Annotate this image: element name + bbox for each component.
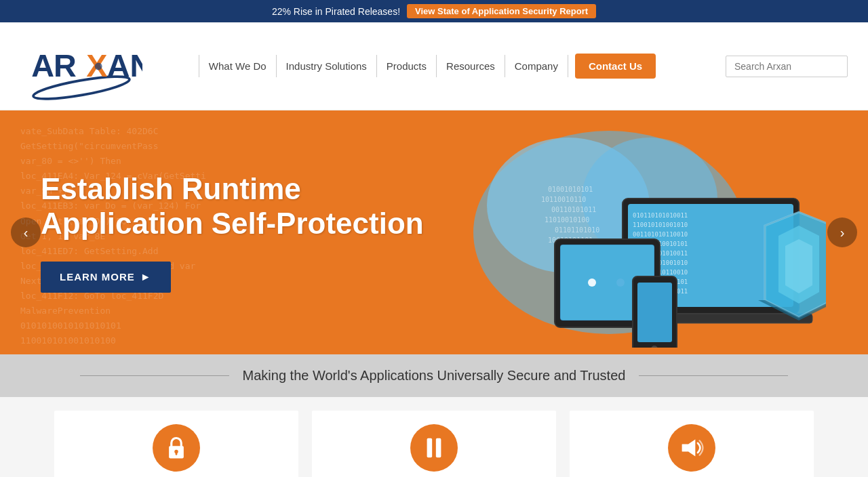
speaker-icon: [679, 437, 704, 459]
tagline-text: Making the World's Applications Universa…: [243, 368, 626, 383]
nav-item-industry-solutions[interactable]: Industry Solutions: [277, 55, 377, 77]
svg-text:00110101011: 00110101011: [551, 206, 596, 213]
svg-marker-37: [785, 239, 812, 293]
svg-text:110010101001010: 110010101001010: [633, 222, 688, 228]
svg-text:10110010110: 10110010110: [541, 196, 586, 203]
nav-item-what-we-do[interactable]: What We Do: [199, 55, 277, 77]
top-banner: 22% Rise in Pirated Releases! View State…: [0, 0, 868, 22]
carousel-prev-button[interactable]: ‹: [11, 217, 41, 247]
contact-us-button[interactable]: Contact Us: [575, 54, 656, 79]
card-lock-icon-circle: [153, 424, 200, 472]
search-input[interactable]: [726, 56, 848, 77]
svg-text:11010010100: 11010010100: [545, 216, 589, 224]
nav-item-resources[interactable]: Resources: [437, 55, 505, 77]
hero-section: vate_SubData Table: 402D6C GetSetting("c…: [0, 110, 868, 354]
svg-text:AN: AN: [107, 48, 142, 83]
svg-point-29: [588, 278, 596, 287]
carousel-next-button[interactable]: ›: [827, 217, 857, 247]
hero-content: Establish Runtime Application Self-Prote…: [0, 172, 465, 292]
card-pause: [312, 411, 556, 477]
svg-text:AR: AR: [31, 48, 76, 83]
card-pause-icon-circle: [410, 424, 458, 472]
hero-btn-arrow-icon: ►: [140, 271, 152, 283]
card-speaker: [570, 411, 814, 477]
svg-text:01001010101: 01001010101: [548, 186, 593, 193]
nav-item-products[interactable]: Products: [377, 55, 437, 77]
arxan-logo[interactable]: AR X AN: [20, 33, 142, 100]
hero-btn-label: LEARN MORE: [60, 271, 135, 283]
tagline-right-line: [639, 375, 788, 376]
svg-point-4: [95, 62, 102, 70]
cards-section: [0, 397, 868, 477]
hero-title: Establish Runtime Application Self-Prote…: [41, 172, 424, 241]
svg-rect-42: [176, 451, 178, 455]
tagline-left-line: [80, 375, 229, 376]
banner-cta-button[interactable]: View State of Application Security Repor…: [407, 4, 596, 18]
hero-learn-more-button[interactable]: LEARN MORE ►: [41, 262, 171, 293]
logo-area: AR X AN: [20, 33, 142, 100]
search-area: [726, 56, 848, 77]
svg-rect-46: [682, 444, 688, 452]
svg-rect-43: [427, 438, 433, 457]
tagline-section: Making the World's Applications Universa…: [0, 354, 868, 397]
svg-text:010110101010011: 010110101010011: [633, 212, 688, 219]
devices-illustration: 01001010101 10110010110 00110101011 1101…: [433, 117, 826, 348]
nav-item-company[interactable]: Company: [505, 55, 568, 77]
banner-text: 22% Rise in Pirated Releases!: [272, 6, 400, 17]
nav-area: What We Do Industry Solutions Products R…: [142, 54, 712, 79]
svg-point-30: [616, 278, 625, 287]
card-speaker-icon-circle: [668, 424, 715, 472]
svg-rect-33: [637, 283, 672, 342]
svg-text:001101010110010: 001101010110010: [633, 231, 688, 238]
pause-icon: [425, 436, 443, 459]
svg-text:01101101010: 01101101010: [555, 226, 599, 234]
svg-rect-44: [436, 438, 441, 457]
lock-icon: [165, 435, 188, 461]
card-lock: [54, 411, 298, 477]
header: AR X AN What We Do Industry Solutions Pr…: [0, 22, 868, 110]
